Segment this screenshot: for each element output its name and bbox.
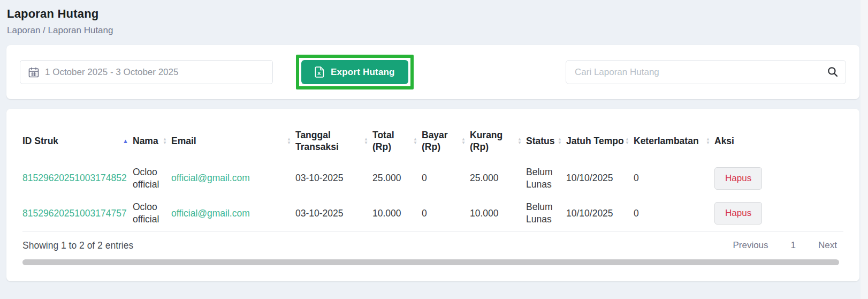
cell-bayar-rp: 0 <box>422 161 470 196</box>
col-label: Kurang (Rp) <box>470 130 502 152</box>
export-button-highlight-box: X Export Hutang <box>296 55 414 89</box>
email-link[interactable]: official@gmail.com <box>171 173 250 183</box>
id-struk-link[interactable]: 81529620251003174852 <box>22 173 127 183</box>
col-header-email[interactable]: Email ▲▼ <box>171 122 295 161</box>
cell-nama: Ocloo official <box>133 161 171 196</box>
cell-keterlambatan: 0 <box>634 161 714 196</box>
cell-tanggal-transaksi: 03-10-2025 <box>295 196 372 231</box>
date-range-value: 1 October 2025 - 3 October 2025 <box>45 67 179 78</box>
svg-text:X: X <box>317 70 321 76</box>
cell-total-rp: 10.000 <box>372 196 422 231</box>
cell-kurang-rp: 10.000 <box>470 196 526 231</box>
pagination-next[interactable]: Next <box>818 240 837 251</box>
cell-jatuh-tempo: 10/10/2025 <box>566 161 634 196</box>
sort-both-icon: ▲▼ <box>517 137 522 145</box>
cell-status: Belum Lunas <box>526 161 566 196</box>
table-row: 81529620251003174757 Ocloo official offi… <box>22 196 843 231</box>
cell-kurang-rp: 25.000 <box>470 161 526 196</box>
col-header-kurang-rp[interactable]: Kurang (Rp) ▲▼ <box>470 122 526 161</box>
sort-both-icon: ▲▼ <box>163 137 167 145</box>
hapus-button[interactable]: Hapus <box>714 202 762 225</box>
cell-keterlambatan: 0 <box>634 196 714 231</box>
cell-total-rp: 25.000 <box>372 161 422 196</box>
sort-both-icon: ▲▼ <box>461 137 466 145</box>
horizontal-scrollbar-thumb[interactable] <box>22 259 839 265</box>
search-field-wrapper <box>566 60 846 84</box>
sort-both-icon: ▲▼ <box>706 137 710 145</box>
sort-both-icon: ▲▼ <box>364 137 368 145</box>
breadcrumb: Laporan / Laporan Hutang <box>7 25 868 36</box>
cell-status: Belum Lunas <box>526 196 566 231</box>
table-footer: Showing 1 to 2 of 2 entries Previous 1 N… <box>22 240 843 251</box>
filter-card: 1 October 2025 - 3 October 2025 X Export… <box>6 45 859 99</box>
pagination: Previous 1 Next <box>733 240 843 251</box>
sort-both-icon: ▲▼ <box>625 137 629 145</box>
sort-both-icon: ▲▼ <box>413 137 417 145</box>
col-label: ID Struk <box>22 136 58 146</box>
col-header-status[interactable]: Status ▲▼ <box>526 122 566 161</box>
col-label: Tanggal Transaksi <box>295 130 339 152</box>
email-link[interactable]: official@gmail.com <box>171 208 250 219</box>
col-header-id-struk[interactable]: ID Struk ▲ <box>22 122 133 161</box>
search-input[interactable] <box>566 60 846 84</box>
hutang-table: ID Struk ▲ Nama ▲▼ Email ▲▼ Tanggal Tran… <box>22 122 843 231</box>
date-range-input[interactable]: 1 October 2025 - 3 October 2025 <box>20 60 273 84</box>
col-header-keterlambatan[interactable]: Keterlambatan ▲▼ <box>634 122 714 161</box>
col-header-tanggal-transaksi[interactable]: Tanggal Transaksi ▲▼ <box>295 122 372 161</box>
cell-tanggal-transaksi: 03-10-2025 <box>295 161 372 196</box>
col-header-nama[interactable]: Nama ▲▼ <box>133 122 171 161</box>
col-label: Status <box>526 136 554 146</box>
search-icon[interactable] <box>827 66 838 77</box>
export-hutang-button[interactable]: X Export Hutang <box>301 60 408 84</box>
cell-nama: Ocloo official <box>133 196 171 231</box>
page-header: Laporan Hutang Laporan / Laporan Hutang <box>0 0 868 36</box>
col-label: Aksi <box>714 136 734 146</box>
pagination-page-1[interactable]: 1 <box>791 240 796 251</box>
col-header-aksi: Aksi <box>714 122 843 161</box>
col-label: Total (Rp) <box>372 130 394 152</box>
col-header-jatuh-tempo[interactable]: Jatuh Tempo ▲▼ <box>566 122 634 161</box>
col-header-total-rp[interactable]: Total (Rp) ▲▼ <box>372 122 422 161</box>
table-row: 81529620251003174852 Ocloo official offi… <box>22 161 843 196</box>
hapus-button[interactable]: Hapus <box>714 167 762 190</box>
export-button-label: Export Hutang <box>331 67 395 78</box>
file-excel-icon: X <box>315 66 325 78</box>
cell-jatuh-tempo: 10/10/2025 <box>566 196 634 231</box>
sort-both-icon: ▲▼ <box>558 137 562 145</box>
sort-both-icon: ▲▼ <box>287 137 291 145</box>
vertical-scrollbar-track[interactable] <box>861 0 868 299</box>
page-title: Laporan Hutang <box>7 7 868 21</box>
col-header-bayar-rp[interactable]: Bayar (Rp) ▲▼ <box>422 122 470 161</box>
id-struk-link[interactable]: 81529620251003174757 <box>22 208 127 219</box>
col-label: Nama <box>133 136 158 146</box>
col-label: Jatuh Tempo <box>566 136 624 146</box>
col-label: Keterlambatan <box>634 136 699 146</box>
cell-bayar-rp: 0 <box>422 196 470 231</box>
col-label: Email <box>171 136 196 146</box>
report-table-card: ID Struk ▲ Nama ▲▼ Email ▲▼ Tanggal Tran… <box>6 109 859 281</box>
sort-asc-icon: ▲ <box>123 137 128 145</box>
pagination-previous[interactable]: Previous <box>733 240 768 251</box>
calendar-icon <box>28 67 39 78</box>
table-header-row: ID Struk ▲ Nama ▲▼ Email ▲▼ Tanggal Tran… <box>22 122 843 161</box>
entries-info: Showing 1 to 2 of 2 entries <box>22 240 133 251</box>
col-label: Bayar (Rp) <box>422 130 448 152</box>
